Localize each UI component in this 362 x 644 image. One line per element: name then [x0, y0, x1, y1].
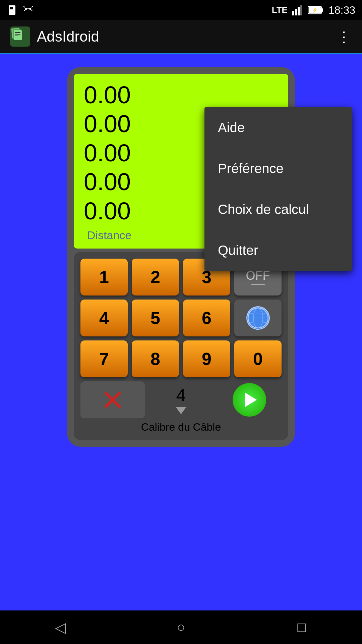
distance-label: Distance: [87, 229, 131, 242]
svg-rect-1: [10, 7, 13, 9]
display-value-1: 0.00: [84, 80, 278, 109]
status-bar: LTE ⚡ 18:33: [0, 0, 362, 20]
status-time: 18:33: [328, 4, 355, 16]
key-2-button[interactable]: 2: [132, 259, 179, 296]
lte-label: LTE: [272, 5, 288, 15]
signal-icon: [292, 4, 304, 16]
app-bar: AdsIdroid ⋮: [0, 20, 362, 54]
key-7-button[interactable]: 7: [80, 340, 128, 377]
back-button[interactable]: ◁: [47, 614, 74, 641]
svg-rect-9: [300, 5, 302, 15]
globe-icon: [246, 306, 270, 330]
recents-button[interactable]: □: [288, 614, 315, 641]
svg-text:⚡: ⚡: [312, 7, 318, 13]
svg-line-4: [23, 6, 25, 7]
play-icon: [245, 392, 257, 407]
app-title: AdsIdroid: [37, 28, 99, 45]
play-button[interactable]: [233, 383, 266, 417]
dropdown-menu: Aide Préférence Choix de calcul Quitter: [204, 107, 352, 271]
app-icon: [10, 26, 30, 47]
cable-value-display: 4: [149, 381, 213, 418]
more-options-icon[interactable]: ⋮: [337, 28, 352, 45]
menu-item-preference[interactable]: Préférence: [204, 148, 352, 189]
key-0-button[interactable]: 0: [234, 340, 282, 377]
menu-item-aide[interactable]: Aide: [204, 107, 352, 148]
svg-line-5: [32, 6, 33, 7]
cable-value: 4: [176, 385, 186, 405]
key-1-button[interactable]: 1: [80, 259, 128, 296]
nav-bar: ◁ ○ □: [0, 610, 362, 644]
main-content: 0.00 0.00 0.00 0.00 0.00 Distance Mètres…: [0, 54, 362, 610]
keypad-bottom: 4: [80, 381, 282, 418]
svg-rect-8: [298, 7, 300, 15]
off-label: OFF: [246, 269, 270, 283]
sim-card-icon: [7, 4, 19, 16]
menu-item-quitter[interactable]: Quitter: [204, 230, 352, 271]
cancel-button[interactable]: [80, 381, 145, 418]
key-9-button[interactable]: 9: [183, 340, 230, 377]
android-icon: [22, 4, 34, 16]
svg-rect-11: [321, 8, 323, 12]
key-5-button[interactable]: 5: [132, 300, 179, 336]
menu-item-choix[interactable]: Choix de calcul: [204, 189, 352, 230]
home-button[interactable]: ○: [168, 614, 194, 641]
battery-icon: ⚡: [308, 5, 324, 15]
keypad-grid: 1 2 3 OFF 4 5 6: [80, 259, 282, 377]
svg-rect-17: [14, 30, 22, 40]
calibre-label: Calibre du Câble: [80, 421, 282, 433]
keypad-container: 1 2 3 OFF 4 5 6: [74, 252, 288, 440]
dropdown-triangle: [176, 407, 186, 414]
key-8-button[interactable]: 8: [132, 340, 179, 377]
key-6-button[interactable]: 6: [183, 300, 230, 336]
svg-rect-7: [295, 9, 297, 15]
svg-rect-6: [292, 11, 294, 15]
key-globe-button[interactable]: [234, 300, 282, 336]
key-4-button[interactable]: 4: [80, 300, 128, 336]
